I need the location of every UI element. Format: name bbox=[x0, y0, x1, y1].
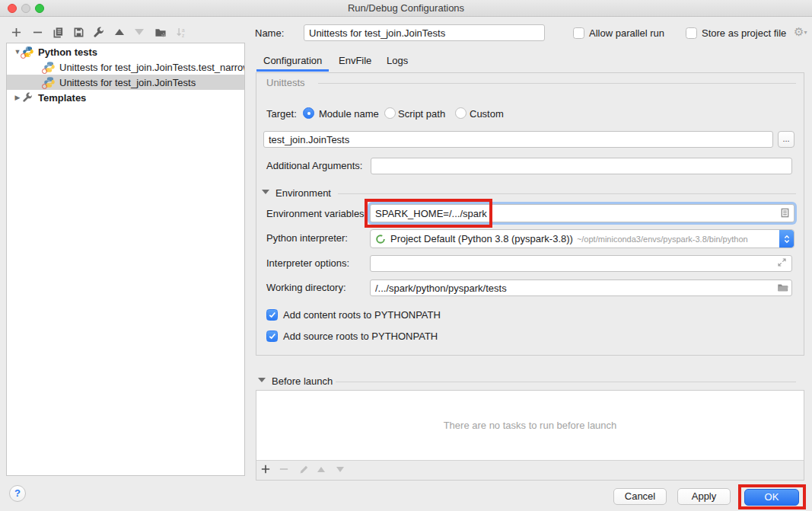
tree-item-templates[interactable]: ▶ Templates bbox=[7, 90, 244, 105]
save-configuration-button[interactable] bbox=[71, 24, 86, 40]
python-tests-icon bbox=[22, 46, 34, 58]
run-debug-configurations-dialog: Run/Debug Configurations az ▼ Python te bbox=[0, 0, 812, 511]
python-interpreter-value: Project Default (Python 3.8 (pyspark-3.8… bbox=[390, 233, 573, 244]
minus-icon bbox=[33, 27, 43, 37]
tab-configuration[interactable]: Configuration bbox=[263, 53, 322, 69]
conda-env-icon bbox=[375, 234, 386, 244]
working-directory-input[interactable] bbox=[370, 279, 792, 296]
copy-icon bbox=[53, 27, 64, 38]
edit-templates-button[interactable] bbox=[91, 24, 106, 40]
interpreter-options-label: Interpreter options: bbox=[266, 255, 349, 272]
combo-stepper-icon[interactable] bbox=[779, 230, 794, 248]
tests-badge-icon bbox=[42, 84, 47, 89]
ok-button[interactable]: OK bbox=[744, 489, 799, 506]
svg-text:z: z bbox=[181, 32, 183, 37]
sort-configurations-button[interactable]: az bbox=[173, 24, 188, 40]
active-tab-underline bbox=[256, 69, 329, 72]
plus-icon bbox=[261, 465, 270, 474]
python-interpreter-select[interactable]: Project Default (Python 3.8 (pyspark-3.8… bbox=[370, 229, 794, 248]
before-launch-add-button[interactable] bbox=[259, 462, 272, 476]
name-label: Name: bbox=[255, 25, 284, 42]
tests-badge-icon bbox=[21, 53, 26, 59]
target-label: Target: bbox=[266, 106, 297, 123]
before-launch-move-down-button[interactable] bbox=[333, 462, 347, 476]
new-folder-button[interactable] bbox=[153, 24, 168, 40]
environment-variables-label: Environment variables: bbox=[266, 206, 367, 222]
interpreter-options-input[interactable] bbox=[370, 255, 792, 272]
add-configuration-button[interactable] bbox=[8, 24, 24, 40]
before-launch-remove-button[interactable] bbox=[277, 462, 291, 476]
add-content-roots-checkbox[interactable] bbox=[266, 309, 278, 321]
environment-group-label: Environment bbox=[275, 185, 331, 202]
add-content-roots-label: Add content roots to PYTHONPATH bbox=[283, 307, 441, 324]
save-icon bbox=[73, 27, 84, 38]
target-module-name-radio[interactable] bbox=[303, 107, 314, 119]
group-rule bbox=[336, 382, 796, 382]
move-up-button[interactable] bbox=[112, 24, 127, 40]
add-source-roots-checkbox[interactable] bbox=[266, 331, 278, 342]
wrench-icon bbox=[93, 27, 104, 38]
chevron-down-icon: ▾ bbox=[804, 29, 807, 36]
target-script-path-radio[interactable] bbox=[384, 107, 396, 119]
browse-target-button[interactable]: ... bbox=[778, 131, 794, 148]
sort-az-icon: az bbox=[175, 27, 186, 38]
unittests-group-label: Unittests bbox=[266, 75, 305, 91]
tree-item-label: Unittests for test_join.JoinTests.test_n… bbox=[59, 62, 244, 73]
python-interpreter-path: ~/opt/miniconda3/envs/pyspark-3.8/bin/py… bbox=[577, 235, 748, 244]
name-input[interactable] bbox=[304, 24, 545, 41]
store-as-project-file-checkbox[interactable] bbox=[686, 27, 697, 39]
before-launch-empty-text: There are no tasks to run before launch bbox=[444, 420, 617, 431]
minus-icon bbox=[279, 465, 288, 474]
add-source-roots-label: Add source roots to PYTHONPATH bbox=[283, 328, 438, 345]
before-launch-collapse-icon[interactable] bbox=[258, 378, 266, 382]
copy-configuration-button[interactable] bbox=[50, 24, 65, 40]
move-down-button[interactable] bbox=[132, 24, 147, 40]
tab-logs[interactable]: Logs bbox=[387, 53, 408, 69]
tree-item-label: Python tests bbox=[38, 46, 97, 58]
additional-arguments-input[interactable] bbox=[371, 158, 792, 174]
new-folder-icon bbox=[154, 27, 167, 38]
group-rule bbox=[338, 193, 796, 194]
pencil-icon bbox=[299, 465, 309, 474]
configurations-tree: ▼ Python tests Unittests for test_join.J… bbox=[6, 43, 245, 476]
tree-item-unittests-jointests[interactable]: Unittests for test_join.JoinTests bbox=[7, 75, 244, 90]
before-launch-task-list[interactable]: There are no tasks to run before launch bbox=[256, 391, 804, 461]
target-script-path-label: Script path bbox=[398, 106, 445, 123]
environment-collapse-icon[interactable] bbox=[262, 190, 269, 194]
tree-item-label: Templates bbox=[38, 92, 86, 104]
collapse-arrow-icon[interactable]: ▶ bbox=[13, 94, 22, 101]
check-icon bbox=[269, 333, 276, 340]
help-button[interactable]: ? bbox=[9, 485, 26, 502]
target-input[interactable] bbox=[263, 131, 773, 148]
allow-parallel-run-checkbox[interactable] bbox=[573, 27, 584, 39]
remove-configuration-button[interactable] bbox=[30, 24, 45, 40]
tab-envfile[interactable]: EnvFile bbox=[339, 53, 371, 69]
tests-badge-icon bbox=[42, 69, 47, 74]
environment-variables-input[interactable] bbox=[370, 204, 794, 222]
additional-arguments-label: Additional Arguments: bbox=[266, 158, 362, 174]
triangle-down-icon bbox=[135, 29, 144, 35]
allow-parallel-run-label: Allow parallel run bbox=[589, 25, 664, 42]
before-launch-edit-button[interactable] bbox=[297, 462, 310, 476]
before-launch-move-up-button[interactable] bbox=[314, 462, 328, 476]
group-rule bbox=[318, 83, 796, 84]
titlebar: Run/Debug Configurations bbox=[0, 0, 812, 17]
triangle-down-icon bbox=[336, 467, 344, 472]
python-interpreter-label: Python interpreter: bbox=[266, 230, 348, 247]
store-options-gear-button[interactable]: ⚙▾ bbox=[794, 25, 807, 39]
cancel-button[interactable]: Cancel bbox=[613, 488, 667, 505]
window-title: Run/Debug Configurations bbox=[0, 0, 812, 16]
python-run-config-icon bbox=[43, 76, 56, 88]
templates-wrench-icon bbox=[22, 91, 34, 104]
store-as-project-file-label: Store as project file bbox=[702, 25, 786, 42]
before-launch-group-label: Before launch bbox=[272, 373, 333, 390]
triangle-up-icon bbox=[115, 29, 124, 35]
apply-button[interactable]: Apply bbox=[677, 488, 731, 505]
tree-item-unittests-test-narrow[interactable]: Unittests for test_join.JoinTests.test_n… bbox=[7, 59, 244, 75]
triangle-up-icon bbox=[317, 467, 325, 472]
tree-item-label: Unittests for test_join.JoinTests bbox=[59, 77, 196, 88]
python-run-config-icon bbox=[43, 61, 56, 73]
target-custom-radio[interactable] bbox=[455, 107, 467, 119]
tree-item-python-tests[interactable]: ▼ Python tests bbox=[7, 44, 244, 59]
plus-icon bbox=[11, 27, 21, 37]
